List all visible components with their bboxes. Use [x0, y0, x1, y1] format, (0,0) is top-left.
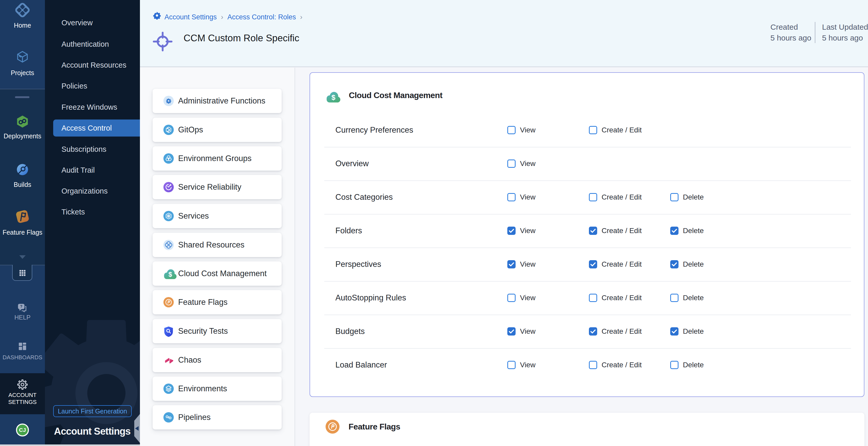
svg-text:$: $	[168, 271, 172, 278]
svg-text:$: $	[332, 93, 335, 101]
svg-text:?: ?	[20, 304, 23, 309]
